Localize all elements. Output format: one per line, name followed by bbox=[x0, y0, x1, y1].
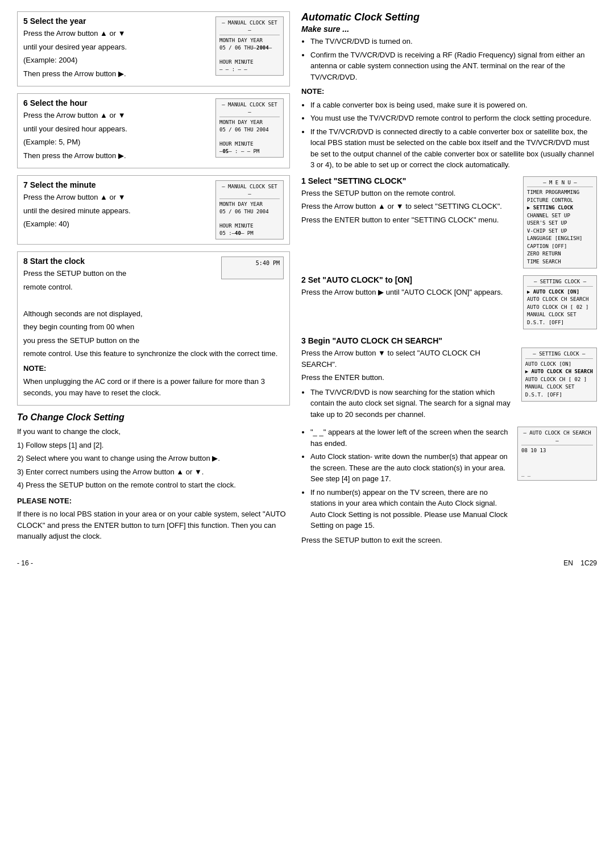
step8-line2: remote control. bbox=[23, 282, 215, 293]
step3-bullet4: If no number(s) appear on the TV screen,… bbox=[310, 487, 512, 531]
step5-text: 5 Select the year Press the Arrow button… bbox=[23, 16, 210, 81]
step5-screen: – MANUAL CLOCK SET – MONTH DAY YEAR 05 /… bbox=[215, 16, 284, 76]
step1-right-block: 1 Select "SETTING CLOCK" Press the SETUP… bbox=[301, 176, 597, 269]
make-sure-item2: Confirm the TV/VCR/DVD is receiving a RF… bbox=[310, 49, 597, 83]
step6-line1: Press the Arrow button ▲ or ▼ bbox=[23, 110, 210, 121]
change-clock-title: To Change Clock Setting bbox=[17, 412, 290, 423]
step7-screen: – MANUAL CLOCK SET – MONTH DAY YEAR 05 /… bbox=[215, 180, 284, 239]
step7-line3: (Example: 40) bbox=[23, 218, 210, 230]
step3-right-block: 3 Begin "AUTO CLOCK CH SEARCH" Press the… bbox=[301, 336, 597, 548]
note-list-right: If a cable converter box is being used, … bbox=[301, 100, 597, 171]
please-note-label: PLEASE NOTE: bbox=[17, 495, 290, 507]
change-clock-section: To Change Clock Setting If you want to c… bbox=[17, 412, 290, 542]
right-column: Automatic Clock Setting Make sure ... Th… bbox=[301, 11, 597, 548]
make-sure-label: Make sure ... bbox=[301, 24, 597, 34]
page-container: 5 Select the year Press the Arrow button… bbox=[17, 11, 597, 548]
step5-line2: until your desired year appears. bbox=[23, 42, 210, 53]
step2-right-screen: – SETTING CLOCK – ▶ AUTO CLOCK [ON] AUTO… bbox=[523, 275, 597, 329]
step2-right-content: 2 Set "AUTO CLOCK" to [ON] Press the Arr… bbox=[301, 275, 517, 300]
page-number: - 16 - bbox=[17, 559, 33, 567]
step1-right-screen: – M E N U – TIMER PROGRAMMING PICTURE CO… bbox=[523, 176, 597, 269]
page-footer: - 16 - EN 1C29 bbox=[17, 559, 597, 567]
note-label-right: NOTE: bbox=[301, 86, 597, 97]
step5-line4: Then press the Arrow button ▶. bbox=[23, 68, 210, 80]
step6-line2: until your desired hour appears. bbox=[23, 123, 210, 135]
step1-right-line1: Press the SETUP button on the remote con… bbox=[301, 188, 517, 199]
step6-header: 6 Select the hour bbox=[23, 98, 210, 108]
step1-right-line2: Press the Arrow button ▲ or ▼ to select … bbox=[301, 201, 517, 212]
step6-text: 6 Select the hour Press the Arrow button… bbox=[23, 98, 210, 163]
left-column: 5 Select the year Press the Arrow button… bbox=[17, 11, 290, 548]
step8-line6: you press the SETUP button on the bbox=[23, 335, 215, 346]
step6-block: 6 Select the hour Press the Arrow button… bbox=[17, 93, 290, 168]
step8-text: 8 Start the clock Press the SETUP button… bbox=[23, 257, 215, 348]
step8-line5: they begin counting from 00 when bbox=[23, 321, 215, 333]
step3-right-line1: Press the Arrow button ▼ to select "AUTO… bbox=[301, 348, 516, 370]
make-sure-item1: The TV/VCR/DVD is turned on. bbox=[310, 36, 597, 47]
step6-line4: Then press the Arrow button ▶. bbox=[23, 150, 210, 162]
step3-bullet1: The TV/VCR/DVD is now searching for the … bbox=[310, 387, 516, 420]
note-item1: If a cable converter box is being used, … bbox=[310, 100, 597, 111]
step5-header: 5 Select the year bbox=[23, 16, 210, 26]
note-item3: If the TV/VCR/DVD is connected directly … bbox=[310, 126, 597, 171]
step8-screen: 5:40 PM bbox=[221, 257, 284, 279]
step1-right-line3: Press the ENTER button to enter "SETTING… bbox=[301, 214, 517, 226]
step6-line3: (Example: 5, PM) bbox=[23, 137, 210, 148]
step3-right-content: Press the Arrow button ▼ to select "AUTO… bbox=[301, 348, 516, 423]
step3-right-header: 3 Begin "AUTO CLOCK CH SEARCH" bbox=[301, 336, 597, 345]
change-intro: If you want to change the clock, bbox=[17, 426, 290, 437]
make-sure-list: The TV/VCR/DVD is turned on. Confirm the… bbox=[301, 36, 597, 82]
step5-screen-title: – MANUAL CLOCK SET – bbox=[219, 19, 280, 35]
step7-header: 7 Select the minute bbox=[23, 180, 210, 189]
step3-bullet2: "_ _" appears at the lower left of the s… bbox=[310, 427, 512, 449]
step5-block: 5 Select the year Press the Arrow button… bbox=[17, 11, 290, 86]
step1-right-header: 1 Select "SETTING CLOCK" bbox=[301, 176, 517, 185]
note-item2: You must use the TV/VCR/DVD remote contr… bbox=[310, 113, 597, 124]
change-step3: 3) Enter correct numbers using the Arrow… bbox=[17, 466, 290, 478]
step8-block: 8 Start the clock Press the SETUP button… bbox=[17, 251, 290, 406]
step7-text: 7 Select the minute Press the Arrow butt… bbox=[23, 180, 210, 232]
auto-clock-title: Automatic Clock Setting bbox=[301, 11, 597, 23]
step8-line3 bbox=[23, 295, 215, 306]
step2-right-block: 2 Set "AUTO CLOCK" to [ON] Press the Arr… bbox=[301, 275, 597, 329]
change-step2: 2) Select where you want to change using… bbox=[17, 453, 290, 464]
footer-model: 1C29 bbox=[580, 559, 597, 567]
step3-bullet3: Auto Clock station- write down the numbe… bbox=[310, 451, 512, 485]
step8-line1: Press the SETUP button on the bbox=[23, 268, 215, 279]
step3-bullets-more: "_ _" appears at the lower left of the s… bbox=[301, 427, 512, 548]
step3-screen1: – SETTING CLOCK – AUTO CLOCK [ON] ▶ AUTO… bbox=[521, 348, 597, 402]
step6-screen: – MANUAL CLOCK SET – MONTH DAY YEAR 05 /… bbox=[215, 98, 284, 158]
step3-bullet-list: The TV/VCR/DVD is now searching for the … bbox=[301, 387, 516, 420]
step8-note-text: When unplugging the AC cord or if there … bbox=[23, 376, 284, 398]
step3-right-line2: Press the ENTER button. bbox=[301, 372, 516, 383]
step7-block: 7 Select the minute Press the Arrow butt… bbox=[17, 175, 290, 245]
step8-cont1: remote control. Use this feature to sync… bbox=[23, 348, 284, 359]
please-note-text: If there is no local PBS station in your… bbox=[17, 509, 290, 542]
step7-line2: until the desired minute appears. bbox=[23, 205, 210, 217]
step1-right-content: 1 Select "SETTING CLOCK" Press the SETUP… bbox=[301, 176, 517, 228]
step8-note-label: NOTE: bbox=[23, 363, 284, 374]
change-step4: 4) Press the SETUP button on the remote … bbox=[17, 480, 290, 491]
step2-right-line1: Press the Arrow button ▶ until "AUTO CLO… bbox=[301, 287, 517, 298]
footer-right: EN 1C29 bbox=[563, 559, 597, 567]
step5-line3: (Example: 2004) bbox=[23, 55, 210, 66]
step5-line1: Press the Arrow button ▲ or ▼ bbox=[23, 28, 210, 39]
step7-line1: Press the Arrow button ▲ or ▼ bbox=[23, 192, 210, 203]
step8-line4: Although seconds are not displayed, bbox=[23, 308, 215, 320]
change-step1: 1) Follow steps [1] and [2]. bbox=[17, 440, 290, 451]
step3-screen2: – AUTO CLOCK CH SEARCH – 08 10 13 _ _ bbox=[517, 427, 597, 481]
step3-last-line: Press the SETUP button to exit the scree… bbox=[301, 535, 512, 546]
footer-lang: EN bbox=[563, 559, 573, 567]
step8-header: 8 Start the clock bbox=[23, 257, 215, 266]
step2-right-header: 2 Set "AUTO CLOCK" to [ON] bbox=[301, 275, 517, 284]
